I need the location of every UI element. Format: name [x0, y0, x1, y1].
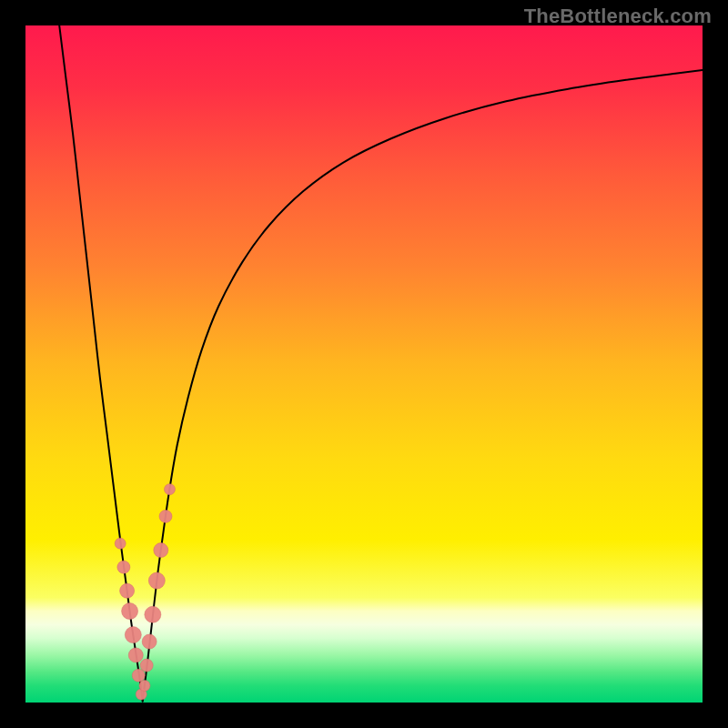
- highlight-marker: [154, 543, 168, 558]
- highlight-marker: [122, 603, 138, 620]
- highlight-marker: [132, 669, 145, 682]
- chart-frame: TheBottleneck.com: [0, 0, 728, 728]
- highlight-marker: [125, 627, 141, 643]
- highlight-marker: [164, 484, 175, 495]
- highlight-marker: [115, 538, 126, 549]
- gradient-background: [25, 25, 703, 703]
- highlight-marker: [140, 659, 153, 672]
- highlight-marker: [128, 648, 143, 662]
- highlight-marker: [120, 583, 135, 598]
- bottleneck-curve-chart: [25, 25, 703, 703]
- highlight-marker: [145, 606, 161, 622]
- highlight-marker: [142, 634, 157, 649]
- highlight-marker: [148, 572, 165, 589]
- highlight-marker: [117, 561, 130, 573]
- highlight-marker: [159, 510, 172, 522]
- highlight-marker: [139, 680, 150, 691]
